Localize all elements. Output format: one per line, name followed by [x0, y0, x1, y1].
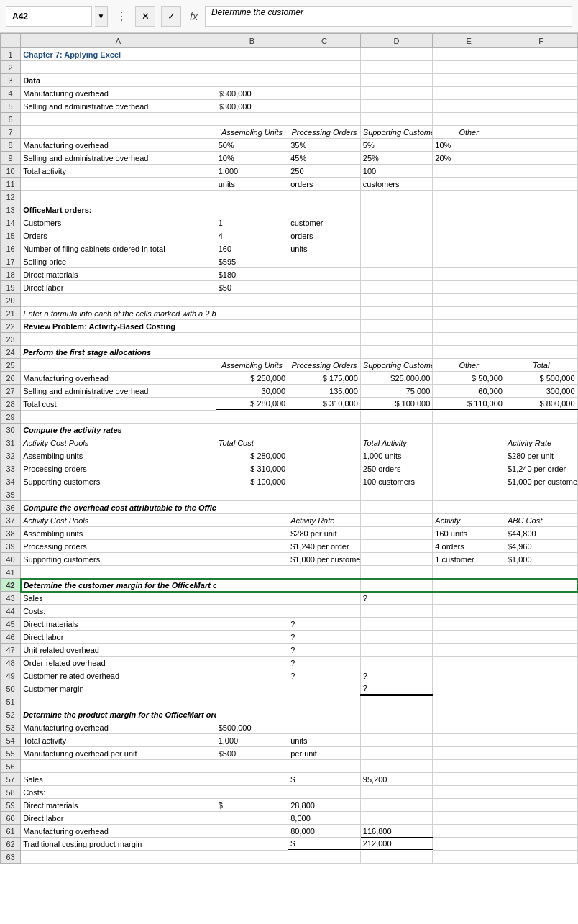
cell-52-d[interactable] [360, 708, 433, 721]
cell-55-b[interactable]: $500 [216, 747, 288, 760]
col-header-b[interactable]: B [216, 34, 288, 48]
cell-47-e[interactable] [433, 644, 505, 657]
cell-1-a[interactable]: Chapter 7: Applying Excel [21, 48, 216, 61]
cell-33-c[interactable] [288, 462, 361, 475]
cell-39-a[interactable]: Processing orders [21, 540, 216, 553]
cell-42-d[interactable] [360, 579, 433, 592]
cell-3-c[interactable] [288, 74, 361, 87]
cell-56-d[interactable] [360, 760, 433, 773]
cell-43-b[interactable] [216, 592, 288, 605]
cell-27-a[interactable]: Selling and administrative overhead [21, 385, 216, 398]
cell-49-e[interactable] [433, 669, 505, 682]
row-num-37[interactable]: 37 [1, 514, 21, 527]
cell-8-d[interactable]: 5% [360, 139, 433, 152]
cell-48-b[interactable] [216, 657, 288, 669]
cell-52-a[interactable]: Determine the product margin for the Off… [21, 708, 216, 721]
cell-52-c[interactable] [288, 708, 361, 721]
cell-1-b[interactable] [216, 48, 288, 61]
cell-23-a[interactable] [21, 333, 216, 346]
cell-63-b[interactable] [216, 851, 288, 864]
cell-50-d[interactable]: ? [360, 682, 433, 695]
cell-9-c[interactable]: 45% [288, 152, 361, 165]
cell-40-b[interactable] [216, 553, 288, 566]
cell-48-d[interactable] [360, 657, 433, 669]
cell-ref-dropdown[interactable]: ▼ [95, 6, 108, 27]
cell-10-f[interactable] [505, 165, 577, 178]
cell-57-f[interactable] [505, 773, 577, 786]
cell-63-a[interactable] [21, 851, 216, 864]
cell-16-d[interactable] [360, 242, 433, 255]
row-num-25[interactable]: 25 [1, 359, 21, 372]
cell-28-a[interactable]: Total cost [21, 398, 216, 411]
cell-33-b[interactable]: $ 310,000 [216, 462, 288, 475]
cell-9-f[interactable] [505, 152, 577, 165]
row-num-62[interactable]: 62 [1, 838, 21, 851]
cell-60-b[interactable] [216, 812, 288, 825]
cell-32-a[interactable]: Assembling units [21, 449, 216, 462]
cell-8-f[interactable] [505, 139, 577, 152]
cell-28-f[interactable]: $ 800,000 [505, 398, 577, 411]
cell-29-d[interactable] [360, 411, 433, 424]
cell-56-a[interactable] [21, 760, 216, 773]
cell-43-f[interactable] [505, 592, 577, 605]
cell-6-f[interactable] [505, 113, 577, 126]
row-num-21[interactable]: 21 [1, 307, 21, 320]
row-num-7[interactable]: 7 [1, 126, 21, 139]
cell-31-a[interactable]: Activity Cost Pools [21, 436, 216, 449]
cell-1-c[interactable] [288, 48, 361, 61]
cell-43-d[interactable]: ? [360, 592, 433, 605]
cell-30-f[interactable] [505, 424, 577, 436]
row-num-12[interactable]: 12 [1, 191, 21, 203]
cell-46-f[interactable] [505, 631, 577, 644]
cell-44-e[interactable] [433, 605, 505, 618]
cell-5-c[interactable] [288, 100, 361, 113]
cell-17-f[interactable] [505, 255, 577, 268]
row-num-9[interactable]: 9 [1, 152, 21, 165]
confirm-formula-button[interactable]: ✓ [161, 6, 181, 27]
cell-33-f[interactable]: $1,240 per order [505, 462, 577, 475]
cell-23-b[interactable] [216, 333, 288, 346]
cell-22-d[interactable] [360, 320, 433, 333]
cancel-formula-button[interactable]: ✕ [135, 6, 155, 27]
cell-51-c[interactable] [288, 695, 361, 708]
cell-21-c[interactable] [288, 307, 361, 320]
cell-53-c[interactable] [288, 721, 361, 734]
cell-26-c[interactable]: $ 175,000 [288, 372, 361, 385]
cell-58-f[interactable] [505, 786, 577, 799]
cell-36-f[interactable] [505, 501, 577, 514]
cell-19-a[interactable]: Direct labor [21, 281, 216, 294]
cell-23-e[interactable] [433, 333, 505, 346]
cell-41-b[interactable] [216, 566, 288, 579]
cell-26-a[interactable]: Manufacturing overhead [21, 372, 216, 385]
cell-32-f[interactable]: $280 per unit [505, 449, 577, 462]
cell-49-b[interactable] [216, 669, 288, 682]
cell-19-d[interactable] [360, 281, 433, 294]
cell-20-a[interactable] [21, 294, 216, 307]
cell-22-c[interactable] [288, 320, 361, 333]
row-num-47[interactable]: 47 [1, 644, 21, 657]
row-num-3[interactable]: 3 [1, 74, 21, 87]
cell-34-d[interactable]: 100 customers [360, 475, 433, 488]
cell-29-c[interactable] [288, 411, 361, 424]
cell-46-e[interactable] [433, 631, 505, 644]
cell-12-b[interactable] [216, 191, 288, 203]
row-num-34[interactable]: 34 [1, 475, 21, 488]
cell-38-f[interactable]: $44,800 [505, 527, 577, 540]
cell-15-d[interactable] [360, 229, 433, 242]
cell-51-b[interactable] [216, 695, 288, 708]
cell-7-f[interactable] [505, 126, 577, 139]
cell-16-c[interactable]: units [288, 242, 361, 255]
cell-40-a[interactable]: Supporting customers [21, 553, 216, 566]
cell-19-b[interactable]: $50 [216, 281, 288, 294]
cell-9-d[interactable]: 25% [360, 152, 433, 165]
cell-1-e[interactable] [433, 48, 505, 61]
cell-15-c[interactable]: orders [288, 229, 361, 242]
cell-11-f[interactable] [505, 178, 577, 191]
cell-25-f[interactable]: Total [505, 359, 577, 372]
cell-20-f[interactable] [505, 294, 577, 307]
cell-42-b[interactable] [216, 579, 288, 592]
col-header-d[interactable]: D [360, 34, 433, 48]
cell-23-d[interactable] [360, 333, 433, 346]
cell-47-b[interactable] [216, 644, 288, 657]
formula-input[interactable]: Determine the customer [205, 6, 572, 27]
